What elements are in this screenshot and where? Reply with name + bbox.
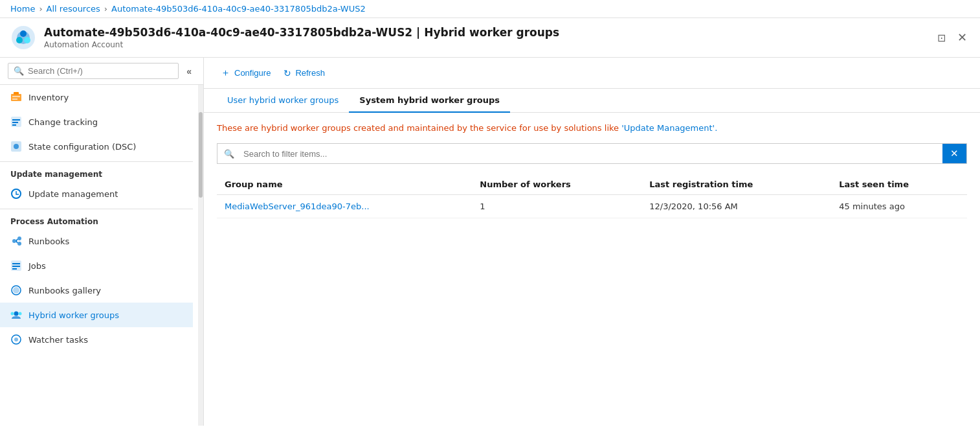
sidebar-item-label-hybrid: Hybrid worker groups bbox=[28, 310, 119, 320]
filter-search-input[interactable] bbox=[241, 145, 942, 163]
svg-point-26 bbox=[14, 312, 19, 316]
undock-button[interactable]: ⊡ bbox=[935, 29, 948, 47]
svg-point-28 bbox=[19, 312, 22, 316]
page-title: Automate-49b503d6-410a-40c9-ae40-3317805… bbox=[44, 26, 927, 39]
cell-last-seen: 45 minutes ago bbox=[831, 195, 967, 218]
sidebar-item-label-runbooks-gallery: Runbooks gallery bbox=[28, 286, 101, 295]
group-name-link[interactable]: MediaWebServer_961dea90-7eb... bbox=[225, 202, 370, 211]
sidebar-item-label-change-tracking: Change tracking bbox=[28, 117, 98, 127]
svg-point-3 bbox=[16, 37, 23, 43]
sidebar-item-label-runbooks: Runbooks bbox=[28, 236, 69, 246]
svg-point-14 bbox=[14, 144, 19, 149]
workers-table: Group name Number of workers Last regist… bbox=[217, 174, 967, 218]
breadcrumb-sep-2: › bbox=[104, 4, 107, 14]
svg-rect-23 bbox=[12, 266, 20, 267]
col-group-name: Group name bbox=[217, 174, 472, 195]
change-tracking-icon bbox=[10, 116, 22, 128]
sidebar-item-watcher-tasks[interactable]: Watcher tasks bbox=[0, 327, 193, 352]
table-header-row: Group name Number of workers Last regist… bbox=[217, 174, 967, 195]
refresh-button[interactable]: ↻ Refresh bbox=[280, 65, 329, 81]
jobs-icon bbox=[10, 260, 22, 271]
sidebar-items-list: Inventory Change tracking State configur… bbox=[0, 85, 198, 426]
cell-workers: 1 bbox=[472, 195, 641, 218]
sidebar-item-jobs[interactable]: Jobs bbox=[0, 253, 193, 278]
cell-last-reg: 12/3/2020, 10:56 AM bbox=[641, 195, 831, 218]
svg-rect-6 bbox=[14, 92, 19, 95]
sidebar-item-runbooks-gallery[interactable]: Runbooks gallery bbox=[0, 278, 193, 303]
svg-rect-24 bbox=[12, 268, 17, 270]
breadcrumb-home[interactable]: Home bbox=[10, 4, 35, 14]
refresh-icon: ↻ bbox=[284, 68, 291, 78]
sidebar-scrollbar-thumb[interactable] bbox=[199, 112, 203, 198]
content-body: These are hybrid worker groups created a… bbox=[204, 113, 980, 426]
breadcrumb: Home › All resources › Automate-49b503d6… bbox=[0, 0, 980, 18]
runbooks-icon bbox=[10, 235, 22, 247]
breadcrumb-all-resources[interactable]: All resources bbox=[47, 4, 100, 14]
sidebar-search-box: 🔍 bbox=[8, 63, 179, 79]
update-mgmt-icon bbox=[10, 188, 22, 200]
breadcrumb-resource[interactable]: Automate-49b503d6-410a-40c9-ae40-3317805… bbox=[111, 4, 366, 14]
filter-search-bar: 🔍 ✕ bbox=[217, 143, 967, 164]
sidebar-collapse-button[interactable]: « bbox=[183, 65, 195, 78]
runbooks-gallery-icon bbox=[10, 284, 22, 296]
sidebar-search-container: 🔍 « bbox=[0, 58, 203, 85]
sidebar-item-label-update-mgmt: Update management bbox=[28, 189, 118, 199]
sidebar-section-update: Update management bbox=[0, 161, 193, 181]
table-row: MediaWebServer_961dea90-7eb... 1 12/3/20… bbox=[217, 195, 967, 218]
svg-point-18 bbox=[17, 242, 21, 246]
svg-point-4 bbox=[24, 37, 30, 43]
header-actions: ⊡ ✕ bbox=[935, 28, 970, 47]
sidebar-search-input[interactable] bbox=[28, 66, 173, 76]
cell-group-name: MediaWebServer_961dea90-7eb... bbox=[217, 195, 472, 218]
info-text-prefix: These are hybrid worker groups created a… bbox=[217, 123, 621, 133]
sidebar-scrollbar-track bbox=[198, 85, 203, 426]
sidebar-item-state-config[interactable]: State configuration (DSC) bbox=[0, 134, 193, 159]
toolbar: ＋ Configure ↻ Refresh bbox=[204, 58, 980, 89]
svg-point-16 bbox=[12, 239, 16, 243]
svg-rect-22 bbox=[12, 263, 20, 264]
sidebar-item-label-watcher: Watcher tasks bbox=[28, 335, 88, 345]
sidebar-item-hybrid-worker-groups[interactable]: Hybrid worker groups bbox=[0, 303, 193, 327]
col-workers: Number of workers bbox=[472, 174, 641, 195]
sidebar-item-runbooks[interactable]: Runbooks bbox=[0, 229, 193, 253]
sidebar-item-label-inventory: Inventory bbox=[28, 93, 69, 102]
sidebar-item-label-jobs: Jobs bbox=[28, 261, 46, 271]
svg-rect-8 bbox=[12, 98, 17, 100]
sidebar-item-label-state-config: State configuration (DSC) bbox=[28, 142, 136, 152]
sidebar-item-inventory[interactable]: Inventory bbox=[0, 85, 193, 110]
hybrid-worker-icon bbox=[10, 309, 22, 321]
svg-point-27 bbox=[11, 312, 14, 316]
svg-line-20 bbox=[16, 241, 17, 243]
tab-system-hybrid[interactable]: System hybrid worker groups bbox=[349, 89, 510, 113]
configure-button[interactable]: ＋ Configure bbox=[217, 64, 274, 82]
svg-rect-12 bbox=[12, 124, 16, 126]
sidebar-section-process-automation: Process Automation bbox=[0, 209, 193, 229]
search-icon: 🔍 bbox=[14, 66, 24, 76]
app-logo bbox=[10, 25, 36, 51]
svg-point-2 bbox=[20, 30, 27, 37]
configure-label: Configure bbox=[234, 68, 271, 78]
sidebar: 🔍 « Inventory Chan bbox=[0, 58, 204, 426]
svg-rect-10 bbox=[12, 119, 20, 121]
tab-bar: User hybrid worker groups System hybrid … bbox=[204, 89, 980, 113]
filter-search-icon: 🔍 bbox=[217, 145, 241, 163]
svg-point-17 bbox=[17, 236, 21, 240]
sidebar-item-change-tracking[interactable]: Change tracking bbox=[0, 110, 193, 134]
clear-filter-button[interactable]: ✕ bbox=[942, 144, 966, 163]
sidebar-item-update-management[interactable]: Update management bbox=[0, 181, 193, 206]
inventory-icon bbox=[10, 91, 22, 103]
info-text: These are hybrid worker groups created a… bbox=[217, 123, 967, 133]
refresh-label: Refresh bbox=[295, 68, 325, 78]
page-header: Automate-49b503d6-410a-40c9-ae40-3317805… bbox=[0, 18, 980, 58]
page-subtitle: Automation Account bbox=[44, 40, 927, 49]
svg-point-30 bbox=[14, 338, 18, 341]
close-button[interactable]: ✕ bbox=[955, 28, 970, 47]
svg-rect-7 bbox=[12, 96, 20, 97]
breadcrumb-sep-1: › bbox=[39, 4, 42, 14]
state-config-icon bbox=[10, 141, 22, 152]
main-content: ＋ Configure ↻ Refresh User hybrid worker… bbox=[204, 58, 980, 426]
sidebar-scroll: Inventory Change tracking State configur… bbox=[0, 85, 203, 426]
tab-user-hybrid[interactable]: User hybrid worker groups bbox=[217, 89, 349, 113]
info-link[interactable]: 'Update Management'. bbox=[621, 123, 717, 133]
svg-rect-11 bbox=[12, 122, 18, 123]
